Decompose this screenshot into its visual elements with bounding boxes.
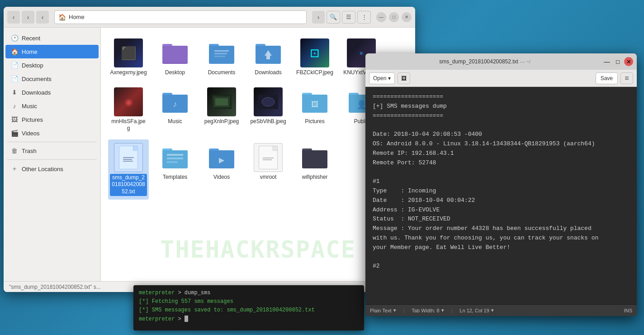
list-item[interactable]: Downloads [248,35,289,80]
other-icon: ＋ [11,165,18,173]
watermark: THEHACKRSPACE [160,236,356,263]
terminal-cursor [185,316,188,322]
folder-icon [161,143,189,172]
back-button[interactable]: ‹ [7,11,20,24]
editor-close-button[interactable]: ✕ [624,57,633,66]
editor-maximize-button[interactable]: □ [613,57,622,66]
sidebar-item-other-locations[interactable]: ＋ Other Locations [5,162,99,176]
list-item[interactable]: ⊡ FBZCkICP.jpeg [294,35,335,80]
file-name: Axnegxmy.jpeg [110,69,147,77]
terminal-prompt-symbol: > [178,316,184,322]
list-item[interactable]: ▶ Videos [201,139,242,200]
file-icon-image: ⬛ [114,38,143,67]
cursor-position[interactable]: Ln 12, Col 19 ▾ [459,307,493,313]
editor-minimize-button[interactable]: — [602,57,611,66]
sidebar-item-trash[interactable]: 🗑 Trash [5,144,99,158]
file-name: sms_dump_20181004200852.txt [110,174,147,196]
sidebar-item-videos[interactable]: 🎬 Videos [5,126,99,140]
pictures-icon: 🖼 [11,116,18,123]
fm-maximize-button[interactable]: □ [389,12,399,22]
list-item[interactable]: wifiphisher [294,139,335,200]
terminal-line: [*] SMS messages saved to: sms_dump_2018… [139,306,359,315]
plain-text-arrow-icon: ▾ [393,307,396,313]
list-item[interactable]: ◉ mnHlsSFa.jpeg [108,84,149,136]
sidebar-label-home: Home [22,48,38,55]
editor-save-button[interactable]: Save [596,72,618,84]
list-item[interactable]: 🖼 Pictures [294,84,335,136]
editor-titlebar: sms_dump_20181004200852.txt — ~/ — □ ✕ [365,53,637,70]
file-icon-txt [114,143,143,172]
folder-icon: ▶ [207,143,236,172]
list-item[interactable]: pegXnlnP.jpeg [201,84,242,136]
editor-toolbar: Open ▾ 🖼 Save ≡ [365,70,637,87]
terminal-prompt: meterpreter [139,316,175,322]
file-name: Downloads [255,69,281,77]
videos-icon: 🎬 [11,129,18,137]
list-item[interactable]: Documents [201,35,242,80]
file-name: pegXnlnP.jpeg [204,118,239,125]
list-item[interactable]: vmroot [248,139,289,200]
sidebar-item-desktop[interactable]: 📄 Desktop [5,58,99,72]
recent-icon: 🕐 [11,34,18,42]
file-name: Videos [213,174,230,181]
sidebar-divider [7,142,97,142]
ins-mode-label: INS [624,308,632,313]
list-item[interactable]: sms_dump_20181004200852.txt [108,139,149,200]
location-text: Home [69,14,85,20]
svg-rect-2 [162,46,188,63]
file-icon-image [207,87,236,116]
file-manager-titlebar: ‹ › ‹ 🏠 Home › 🔍 ☰ ⋮ — □ ✕ [4,7,415,28]
terminal-prompt: meterpreter [139,290,175,296]
list-item[interactable]: ♪ Music [155,84,195,136]
file-icon-image [254,87,283,116]
editor-title: sms_dump_20181004200852.txt — ~/ [369,58,601,65]
file-manager-body: 🕐 Recent 🏠 Home 📄 Desktop 📄 Documents ⬇ … [4,28,415,281]
svg-text:▶: ▶ [219,156,225,164]
search-button[interactable]: 🔍 [327,11,340,24]
open-arrow-icon: ▾ [388,75,391,81]
svg-rect-35 [167,161,178,163]
sidebar-item-recent[interactable]: 🕐 Recent [5,31,99,45]
status-separator-2: | [451,308,453,313]
editor-open-button[interactable]: Open ▾ [369,72,395,84]
file-name: Pictures [305,118,324,125]
sidebar-item-music[interactable]: ♪ Music [5,99,99,113]
editor-content-area[interactable]: ==================== [+] SMS messages du… [365,87,637,304]
editor-image-button[interactable]: 🖼 [398,72,410,84]
terminal-line: [*] Fetching 557 sms messages [139,297,359,306]
trash-icon: 🗑 [11,147,18,154]
file-name: vmroot [260,174,277,181]
sidebar-item-documents[interactable]: 📄 Documents [5,72,99,86]
plain-text-selector[interactable]: Plain Text ▾ [370,307,396,313]
list-item[interactable]: Templates [155,139,195,200]
next-button[interactable]: › [312,11,325,24]
sidebar-label-music: Music [22,103,37,110]
terminal-command: > dump_sms [178,290,210,296]
downloads-icon: ⬇ [11,89,18,96]
forward-button[interactable]: › [22,11,34,24]
list-item[interactable]: peSbVihB.jpeg [248,84,289,136]
location-bar[interactable]: 🏠 Home [54,10,307,24]
file-name: mnHlsSFa.jpeg [110,118,147,132]
sidebar-item-pictures[interactable]: 🖼 Pictures [5,113,99,126]
terminal-window: meterpreter > dump_sms [*] Fetching 557 … [133,285,364,330]
list-item[interactable]: ⬛ Axnegxmy.jpeg [108,35,149,80]
editor-menu-button[interactable]: ≡ [620,72,633,84]
sidebar-label-documents: Documents [22,76,52,82]
fm-minimize-button[interactable]: — [376,12,386,22]
desktop-icon: 📄 [11,62,18,69]
music-icon: ♪ [11,102,18,110]
view-menu-button[interactable]: ⋮ [357,11,371,24]
sidebar-item-downloads[interactable]: ⬇ Downloads [5,86,99,99]
tab-width-selector[interactable]: Tab Width: 8 ▾ [412,307,444,313]
sidebar: 🕐 Recent 🏠 Home 📄 Desktop 📄 Documents ⬇ … [4,28,101,281]
fm-close-button[interactable]: ✕ [402,12,412,22]
file-name: FBZCkICP.jpeg [296,69,333,77]
svg-rect-7 [214,53,227,54]
prev-button[interactable]: ‹ [36,11,49,24]
list-view-button[interactable]: ☰ [342,11,355,24]
sidebar-item-home[interactable]: 🏠 Home [5,45,99,58]
list-item[interactable]: Desktop [155,35,195,80]
terminal-content: meterpreter > dump_sms [*] Fetching 557 … [133,285,364,327]
tab-width-label: Tab Width: 8 [412,308,439,313]
